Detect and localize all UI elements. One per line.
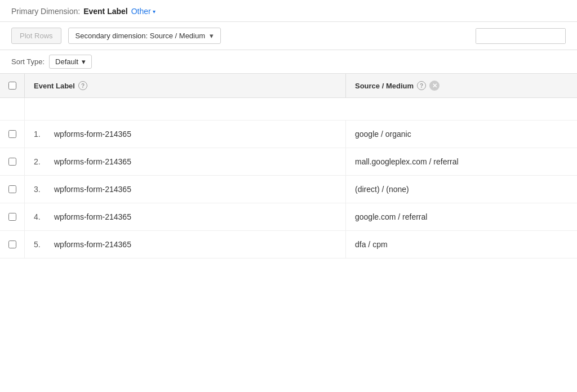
sort-value: Default — [55, 57, 78, 66]
col-source-medium-header: Source / Medium ? ✕ — [346, 74, 577, 97]
row-source-medium-3: (direct) / (none) — [346, 176, 577, 203]
row-checkbox-3[interactable] — [8, 185, 16, 193]
row-event-label-1: 1. wpforms-form-214365 — [25, 121, 346, 148]
row-number-1: 1. — [34, 130, 47, 139]
secondary-dimension-dropdown[interactable]: Secondary dimension: Source / Medium ▾ — [68, 28, 221, 44]
secondary-dimension-label: Secondary dimension: Source / Medium — [76, 32, 206, 40]
event-label-help-icon[interactable]: ? — [78, 81, 87, 90]
table-row: 2. wpforms-form-214365 mall.googleplex.c… — [0, 148, 577, 176]
data-table: Event Label ? Source / Medium ? ✕ 1. wpf… — [0, 74, 577, 259]
event-label-text: Event Label — [83, 7, 128, 16]
sort-type-label: Sort Type: — [11, 57, 45, 66]
row-event-label-4: 4. wpforms-form-214365 — [25, 203, 346, 230]
source-medium-help-icon[interactable]: ? — [417, 81, 426, 90]
row-number-2: 2. — [34, 157, 47, 166]
row-event-label-value-1: wpforms-form-214365 — [54, 130, 131, 139]
other-link-text: Other — [131, 7, 151, 16]
row-event-label-5: 5. wpforms-form-214365 — [25, 231, 346, 258]
source-medium-close-icon[interactable]: ✕ — [429, 81, 440, 91]
col-event-label-header: Event Label ? — [25, 74, 346, 97]
table-rows-container: 1. wpforms-form-214365 google / organic … — [0, 121, 577, 259]
row-check-1 — [0, 121, 25, 148]
row-source-medium-2: mall.googleplex.com / referral — [346, 148, 577, 175]
table-row: 3. wpforms-form-214365 (direct) / (none) — [0, 176, 577, 203]
row-source-medium-4: google.com / referral — [346, 203, 577, 230]
sort-bar: Sort Type: Default ▾ — [0, 50, 577, 74]
row-event-label-value-4: wpforms-form-214365 — [54, 212, 131, 221]
row-checkbox-5[interactable] — [8, 240, 16, 248]
row-checkbox-1[interactable] — [8, 130, 16, 138]
table-row: 4. wpforms-form-214365 google.com / refe… — [0, 203, 577, 231]
row-check-4 — [0, 203, 25, 230]
toolbar: Plot Rows Secondary dimension: Source / … — [0, 22, 577, 50]
row-source-medium-1: google / organic — [346, 121, 577, 148]
table-row: 5. wpforms-form-214365 dfa / cpm — [0, 231, 577, 259]
empty-spacer-row — [0, 98, 577, 121]
col-source-medium-text: Source / Medium — [355, 82, 414, 90]
other-link[interactable]: Other ▾ — [131, 7, 156, 16]
row-event-label-value-2: wpforms-form-214365 — [54, 157, 131, 166]
row-number-4: 4. — [34, 212, 47, 221]
select-all-checkbox[interactable] — [8, 82, 16, 90]
primary-dimension-bar: Primary Dimension: Event Label Other ▾ — [0, 0, 577, 22]
row-number-5: 5. — [34, 240, 47, 249]
row-number-3: 3. — [34, 185, 47, 194]
row-checkbox-2[interactable] — [8, 158, 16, 166]
search-text-input[interactable] — [476, 29, 565, 43]
row-check-3 — [0, 176, 25, 203]
row-event-label-value-3: wpforms-form-214365 — [54, 185, 131, 194]
plot-rows-button[interactable]: Plot Rows — [11, 28, 61, 44]
header-check-col — [0, 74, 25, 97]
chevron-down-icon: ▾ — [153, 8, 156, 15]
row-event-label-2: 2. wpforms-form-214365 — [25, 148, 346, 175]
col-event-label-text: Event Label — [34, 82, 75, 90]
row-checkbox-4[interactable] — [8, 213, 16, 221]
search-input[interactable] — [476, 28, 566, 44]
row-event-label-value-5: wpforms-form-214365 — [54, 240, 131, 249]
sort-type-dropdown[interactable]: Default ▾ — [49, 55, 92, 69]
secondary-dimension-chevron-icon: ▾ — [210, 32, 214, 40]
row-source-medium-5: dfa / cpm — [346, 231, 577, 258]
table-row: 1. wpforms-form-214365 google / organic — [0, 121, 577, 148]
row-event-label-3: 3. wpforms-form-214365 — [25, 176, 346, 203]
primary-dimension-label: Primary Dimension: — [11, 7, 80, 16]
row-check-2 — [0, 148, 25, 175]
table-header: Event Label ? Source / Medium ? ✕ — [0, 74, 577, 98]
sort-chevron-icon: ▾ — [82, 57, 86, 66]
row-check-5 — [0, 231, 25, 258]
